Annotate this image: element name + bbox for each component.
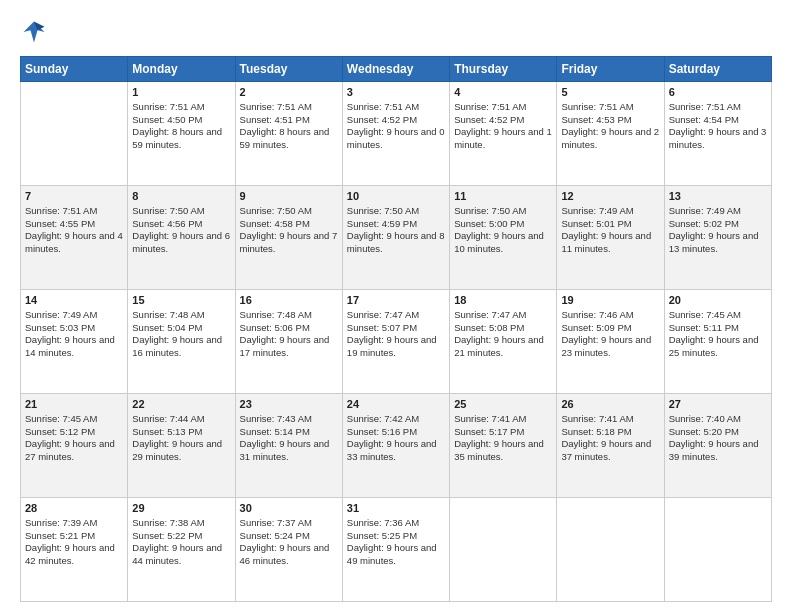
- daylight: Daylight: 9 hours and 25 minutes.: [669, 334, 759, 358]
- col-header-friday: Friday: [557, 57, 664, 82]
- sunrise: Sunrise: 7:45 AM: [669, 309, 741, 320]
- sunset: Sunset: 4:59 PM: [347, 218, 417, 229]
- header-row: SundayMondayTuesdayWednesdayThursdayFrid…: [21, 57, 772, 82]
- day-number: 26: [561, 397, 659, 412]
- sunrise: Sunrise: 7:38 AM: [132, 517, 204, 528]
- daylight: Daylight: 9 hours and 3 minutes.: [669, 126, 767, 150]
- day-number: 22: [132, 397, 230, 412]
- col-header-tuesday: Tuesday: [235, 57, 342, 82]
- daylight: Daylight: 8 hours and 59 minutes.: [240, 126, 330, 150]
- day-cell: [557, 498, 664, 602]
- sunset: Sunset: 5:14 PM: [240, 426, 310, 437]
- day-cell: 6Sunrise: 7:51 AMSunset: 4:54 PMDaylight…: [664, 82, 771, 186]
- day-cell: 27Sunrise: 7:40 AMSunset: 5:20 PMDayligh…: [664, 394, 771, 498]
- day-cell: 29Sunrise: 7:38 AMSunset: 5:22 PMDayligh…: [128, 498, 235, 602]
- daylight: Daylight: 9 hours and 11 minutes.: [561, 230, 651, 254]
- day-cell: 20Sunrise: 7:45 AMSunset: 5:11 PMDayligh…: [664, 290, 771, 394]
- daylight: Daylight: 9 hours and 17 minutes.: [240, 334, 330, 358]
- day-number: 8: [132, 189, 230, 204]
- sunset: Sunset: 5:04 PM: [132, 322, 202, 333]
- day-number: 3: [347, 85, 445, 100]
- daylight: Daylight: 9 hours and 42 minutes.: [25, 542, 115, 566]
- day-number: 2: [240, 85, 338, 100]
- sunset: Sunset: 5:13 PM: [132, 426, 202, 437]
- day-number: 18: [454, 293, 552, 308]
- daylight: Daylight: 9 hours and 33 minutes.: [347, 438, 437, 462]
- week-row-5: 28Sunrise: 7:39 AMSunset: 5:21 PMDayligh…: [21, 498, 772, 602]
- sunset: Sunset: 4:50 PM: [132, 114, 202, 125]
- day-cell: 25Sunrise: 7:41 AMSunset: 5:17 PMDayligh…: [450, 394, 557, 498]
- sunrise: Sunrise: 7:37 AM: [240, 517, 312, 528]
- sunrise: Sunrise: 7:49 AM: [561, 205, 633, 216]
- day-cell: 14Sunrise: 7:49 AMSunset: 5:03 PMDayligh…: [21, 290, 128, 394]
- day-cell: 10Sunrise: 7:50 AMSunset: 4:59 PMDayligh…: [342, 186, 449, 290]
- daylight: Daylight: 9 hours and 1 minute.: [454, 126, 552, 150]
- sunset: Sunset: 5:16 PM: [347, 426, 417, 437]
- day-cell: 3Sunrise: 7:51 AMSunset: 4:52 PMDaylight…: [342, 82, 449, 186]
- daylight: Daylight: 9 hours and 46 minutes.: [240, 542, 330, 566]
- daylight: Daylight: 9 hours and 8 minutes.: [347, 230, 445, 254]
- col-header-wednesday: Wednesday: [342, 57, 449, 82]
- day-cell: 30Sunrise: 7:37 AMSunset: 5:24 PMDayligh…: [235, 498, 342, 602]
- week-row-3: 14Sunrise: 7:49 AMSunset: 5:03 PMDayligh…: [21, 290, 772, 394]
- daylight: Daylight: 9 hours and 16 minutes.: [132, 334, 222, 358]
- sunset: Sunset: 5:08 PM: [454, 322, 524, 333]
- sunrise: Sunrise: 7:40 AM: [669, 413, 741, 424]
- sunset: Sunset: 5:09 PM: [561, 322, 631, 333]
- daylight: Daylight: 9 hours and 21 minutes.: [454, 334, 544, 358]
- day-cell: 17Sunrise: 7:47 AMSunset: 5:07 PMDayligh…: [342, 290, 449, 394]
- day-cell: 7Sunrise: 7:51 AMSunset: 4:55 PMDaylight…: [21, 186, 128, 290]
- day-cell: 11Sunrise: 7:50 AMSunset: 5:00 PMDayligh…: [450, 186, 557, 290]
- sunset: Sunset: 5:12 PM: [25, 426, 95, 437]
- day-cell: 24Sunrise: 7:42 AMSunset: 5:16 PMDayligh…: [342, 394, 449, 498]
- day-cell: 12Sunrise: 7:49 AMSunset: 5:01 PMDayligh…: [557, 186, 664, 290]
- header: [20, 18, 772, 46]
- daylight: Daylight: 9 hours and 7 minutes.: [240, 230, 338, 254]
- day-number: 25: [454, 397, 552, 412]
- col-header-thursday: Thursday: [450, 57, 557, 82]
- day-number: 14: [25, 293, 123, 308]
- day-cell: 8Sunrise: 7:50 AMSunset: 4:56 PMDaylight…: [128, 186, 235, 290]
- day-number: 6: [669, 85, 767, 100]
- day-number: 5: [561, 85, 659, 100]
- sunset: Sunset: 5:20 PM: [669, 426, 739, 437]
- page: SundayMondayTuesdayWednesdayThursdayFrid…: [0, 0, 792, 612]
- daylight: Daylight: 9 hours and 14 minutes.: [25, 334, 115, 358]
- day-cell: 22Sunrise: 7:44 AMSunset: 5:13 PMDayligh…: [128, 394, 235, 498]
- sunrise: Sunrise: 7:50 AM: [347, 205, 419, 216]
- sunset: Sunset: 4:51 PM: [240, 114, 310, 125]
- daylight: Daylight: 9 hours and 39 minutes.: [669, 438, 759, 462]
- daylight: Daylight: 9 hours and 6 minutes.: [132, 230, 230, 254]
- col-header-saturday: Saturday: [664, 57, 771, 82]
- daylight: Daylight: 9 hours and 29 minutes.: [132, 438, 222, 462]
- day-cell: 2Sunrise: 7:51 AMSunset: 4:51 PMDaylight…: [235, 82, 342, 186]
- sunrise: Sunrise: 7:51 AM: [132, 101, 204, 112]
- sunset: Sunset: 5:02 PM: [669, 218, 739, 229]
- day-cell: [450, 498, 557, 602]
- sunrise: Sunrise: 7:41 AM: [454, 413, 526, 424]
- day-cell: 18Sunrise: 7:47 AMSunset: 5:08 PMDayligh…: [450, 290, 557, 394]
- sunset: Sunset: 5:18 PM: [561, 426, 631, 437]
- daylight: Daylight: 9 hours and 4 minutes.: [25, 230, 123, 254]
- sunrise: Sunrise: 7:44 AM: [132, 413, 204, 424]
- day-number: 21: [25, 397, 123, 412]
- day-number: 29: [132, 501, 230, 516]
- sunset: Sunset: 4:58 PM: [240, 218, 310, 229]
- day-cell: 4Sunrise: 7:51 AMSunset: 4:52 PMDaylight…: [450, 82, 557, 186]
- sunrise: Sunrise: 7:50 AM: [132, 205, 204, 216]
- day-number: 20: [669, 293, 767, 308]
- daylight: Daylight: 9 hours and 44 minutes.: [132, 542, 222, 566]
- sunset: Sunset: 5:25 PM: [347, 530, 417, 541]
- day-number: 28: [25, 501, 123, 516]
- day-cell: 13Sunrise: 7:49 AMSunset: 5:02 PMDayligh…: [664, 186, 771, 290]
- sunrise: Sunrise: 7:50 AM: [454, 205, 526, 216]
- sunset: Sunset: 5:03 PM: [25, 322, 95, 333]
- daylight: Daylight: 9 hours and 37 minutes.: [561, 438, 651, 462]
- day-cell: 16Sunrise: 7:48 AMSunset: 5:06 PMDayligh…: [235, 290, 342, 394]
- day-cell: 19Sunrise: 7:46 AMSunset: 5:09 PMDayligh…: [557, 290, 664, 394]
- day-number: 31: [347, 501, 445, 516]
- day-cell: 28Sunrise: 7:39 AMSunset: 5:21 PMDayligh…: [21, 498, 128, 602]
- daylight: Daylight: 9 hours and 19 minutes.: [347, 334, 437, 358]
- sunset: Sunset: 5:21 PM: [25, 530, 95, 541]
- day-number: 10: [347, 189, 445, 204]
